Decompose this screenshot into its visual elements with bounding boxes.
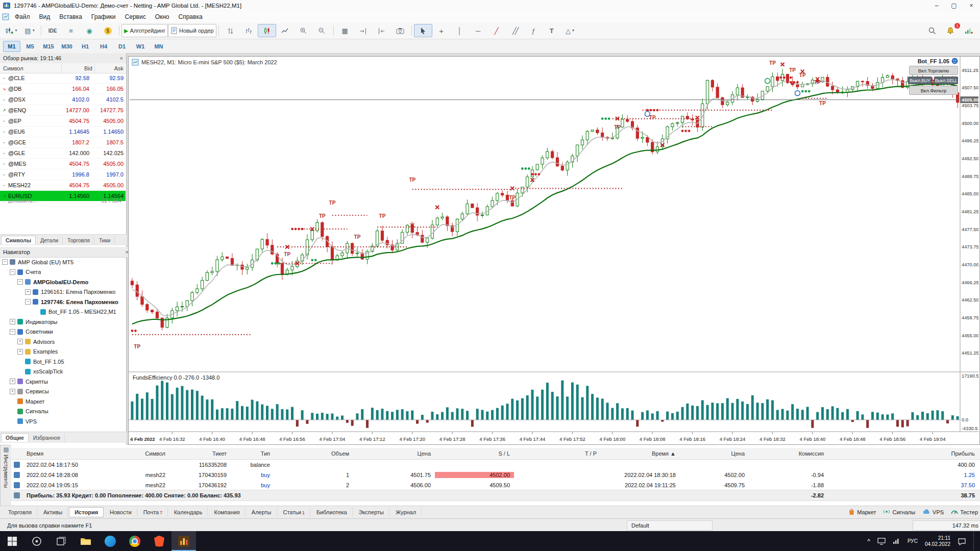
market-watch-row[interactable]: ↘@DB166.04166.05 (0, 84, 126, 94)
tab-Символы[interactable]: Символы (1, 236, 36, 244)
nav-tab-Избранное[interactable]: Избранное (29, 434, 65, 442)
toolbox-tab-Статьи[interactable]: Статьи1 (278, 508, 310, 517)
expand-plus-icon[interactable]: + (10, 379, 15, 384)
search-button[interactable] (923, 24, 941, 37)
column-bid[interactable]: Bid (62, 63, 95, 73)
history-column-T / P[interactable]: T / P (514, 450, 601, 457)
column-ask[interactable]: Ask (95, 63, 126, 73)
edge-browser-button[interactable] (98, 531, 122, 551)
toolbox-tab-Журнал[interactable]: Журнал (390, 508, 422, 517)
column-symbol[interactable]: Символ (0, 63, 62, 73)
history-column-Символ[interactable]: Символ (98, 450, 169, 457)
price-chart[interactable]: TPTPTPTPTPTPTPTPTPTPTPTPTPTPTP4511.25450… (129, 57, 978, 443)
маркет-button[interactable]: Маркет (848, 508, 876, 516)
timeframe-W1[interactable]: W1 (132, 41, 149, 52)
history-row[interactable]: 2022.02.04 18:17:50116335208balance400.0… (11, 460, 980, 470)
tree-item-AMPGlobalEU-Demo[interactable]: −AMPGlobalEU-Demo (0, 277, 126, 287)
tree-item-Examples[interactable]: +Examples (0, 347, 126, 357)
expand-plus-icon[interactable]: + (25, 289, 31, 295)
market-toolbar-button[interactable]: $ (99, 24, 117, 37)
tree-item-AMP Global (EU) MT5[interactable]: −AMP Global (EU) MT5 (0, 257, 126, 267)
сигналы-button[interactable]: Сигналы (883, 508, 915, 516)
tab-Торговля[interactable]: Торговля (63, 236, 94, 244)
toolbox-tab-Алерты[interactable]: Алерты (247, 508, 277, 517)
tree-item-Сигналы[interactable]: Сигналы (0, 407, 126, 417)
minimize-button[interactable]: – (928, 1, 945, 11)
collapse-minus-icon[interactable]: − (17, 279, 23, 285)
screenshot-button[interactable] (391, 24, 409, 37)
market-watch-add-row[interactable]: + добавить... 12 / 334 (0, 195, 126, 206)
tree-item-Скрипты[interactable]: +Скрипты (0, 377, 126, 387)
toolbox-side-tab[interactable]: Инструменты (0, 445, 12, 508)
bar-step-button[interactable] (221, 24, 239, 37)
chrome-browser-button[interactable] (122, 531, 147, 551)
new-order-button[interactable]: Новый ордер (168, 24, 216, 37)
tree-item-xsScalpTick[interactable]: xsScalpTick (0, 367, 126, 377)
network-icon[interactable] (893, 538, 900, 544)
journal-button[interactable]: ≡ (62, 24, 80, 37)
taskbar-search-button[interactable] (24, 531, 49, 551)
history-column-Тип[interactable]: Тип (231, 450, 274, 457)
menu-item-Справка[interactable]: Справка (174, 12, 207, 21)
taskbar-clock[interactable]: 21:11 04.02.2022 (925, 535, 950, 547)
tree-item-Советники[interactable]: −Советники (0, 327, 126, 337)
tab-Тики[interactable]: Тики (95, 236, 115, 244)
vps-button[interactable]: VPS (922, 509, 944, 516)
menu-item-Графики[interactable]: Графики (87, 12, 120, 21)
market-watch-row[interactable]: ▪@GLE142.000142.025 (0, 148, 126, 159)
ide-button[interactable]: IDE (43, 24, 62, 37)
chart-line-button[interactable] (276, 24, 295, 37)
zoom-in-button[interactable] (295, 24, 313, 37)
expand-plus-icon[interactable]: + (10, 389, 15, 394)
ea-trade-toggle-button[interactable]: Вкл.Торговлю (909, 66, 958, 75)
timeframe-M1[interactable]: M1 (3, 41, 20, 52)
toolbox-tab-Компания[interactable]: Компания (209, 508, 245, 517)
history-column-Объем[interactable]: Объем (274, 450, 353, 457)
vertical-line-tool-button[interactable]: │ (451, 24, 469, 37)
timeframe-M30[interactable]: M30 (58, 41, 76, 52)
start-button[interactable] (0, 531, 24, 551)
market-watch-row[interactable]: ▪@DSX4102.04102.5 (0, 94, 126, 105)
market-watch-row[interactable]: ▪@CLE92.5892.59 (0, 73, 126, 84)
tree-item-Advisors[interactable]: +Advisors (0, 337, 126, 347)
history-row[interactable]: 2022.02.04 19:05:15mesh22170436192buy245… (11, 480, 980, 490)
timeframe-H1[interactable]: H1 (77, 41, 94, 52)
market-watch-row[interactable]: ↗@ENQ14727.0014727.75 (0, 105, 126, 116)
market-watch-row[interactable]: ▪@EP4504.754505.00 (0, 116, 126, 127)
toolbox-tab-Библиотека[interactable]: Библиотека (311, 508, 353, 517)
close-icon[interactable]: × (120, 55, 123, 61)
menu-item-Файл[interactable]: Файл (10, 12, 35, 21)
history-column-Прибыль[interactable]: Прибыль (828, 450, 979, 457)
fibonacci-tool-button[interactable]: ƒ (524, 24, 543, 37)
horizontal-line-tool-button[interactable]: ─ (469, 24, 487, 37)
tree-item-Индикаторы[interactable]: +Индикаторы (0, 317, 126, 327)
tray-chevron-icon[interactable]: ^ (867, 538, 870, 545)
toolbox-tab-Новости[interactable]: Новости (105, 508, 137, 517)
collapse-minus-icon[interactable]: − (25, 299, 31, 305)
timeframe-D1[interactable]: D1 (113, 41, 131, 52)
history-column-Комиссия[interactable]: Комиссия (749, 450, 828, 457)
chart-window[interactable]: TPTPTPTPTPTPTPTPTPTPTPTPTPTPTP4511.25450… (128, 56, 980, 445)
status-profile[interactable]: Default (627, 520, 713, 531)
tree-item-1296161: Елена Пархоменко[interactable]: +1296161: Елена Пархоменко (0, 287, 126, 297)
history-column-Тикет[interactable]: Тикет (169, 450, 231, 457)
tree-item-Счета[interactable]: −Счета (0, 267, 126, 278)
collapse-minus-icon[interactable]: − (10, 329, 15, 335)
menu-item-Окно[interactable]: Окно (151, 12, 174, 21)
menu-item-Вид[interactable]: Вид (35, 12, 55, 21)
timeframe-M15[interactable]: M15 (40, 41, 57, 52)
toolbox-tab-Почта[interactable]: Почта7 (138, 508, 168, 517)
history-column-Время[interactable]: Время (22, 450, 98, 457)
chart-candles-button[interactable] (258, 24, 276, 37)
brave-browser-button[interactable] (147, 531, 172, 551)
menu-item-Вставка[interactable]: Вставка (55, 12, 87, 21)
action-center-icon[interactable] (958, 537, 966, 545)
ea-sell-toggle-button[interactable]: Выкл.SELL (934, 77, 958, 84)
tree-item-Сервисы[interactable]: +Сервисы (0, 387, 126, 397)
timeframe-M5[interactable]: M5 (21, 41, 39, 52)
auto-scroll-button[interactable] (354, 24, 373, 37)
market-watch-row[interactable]: ▪@GCE1807.21807.5 (0, 137, 126, 148)
file-explorer-button[interactable] (74, 531, 98, 551)
trendline-tool-button[interactable]: ╱ (487, 24, 506, 37)
ea-filter-toggle-button[interactable]: Вкл.Фильтр (909, 86, 958, 95)
